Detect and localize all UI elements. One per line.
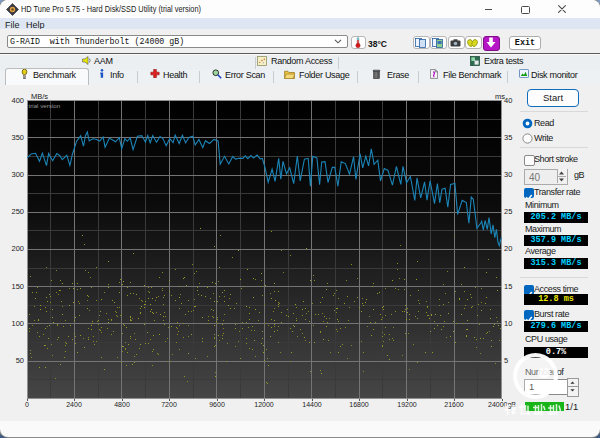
svg-text:trial version: trial version bbox=[29, 102, 61, 109]
